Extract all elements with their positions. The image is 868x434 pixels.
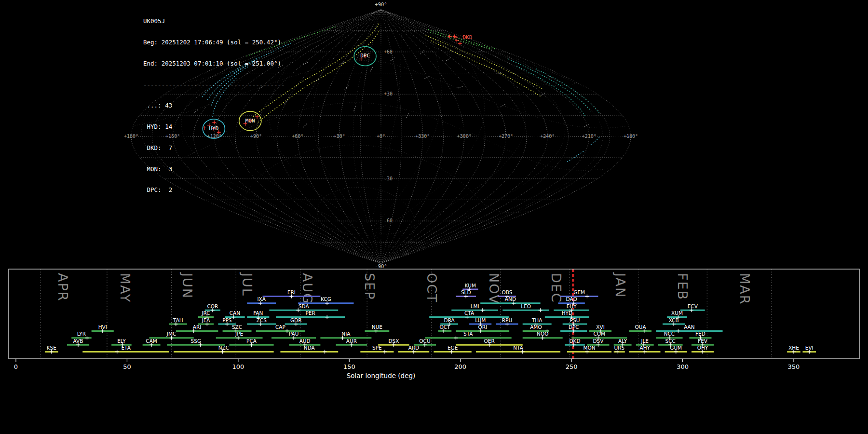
shower-code-label: EHY [567,303,577,309]
shower-code-label: DAD [566,296,577,302]
shower-code-label: FAN [253,310,263,316]
lat-tick-label: +60 [384,49,393,54]
shower-code-label: ERI [287,289,296,295]
observation-info-legend: UK005J Beg: 20251202 17:06:49 (sol = 250… [143,4,285,208]
shower-code-label: OBS [502,289,513,295]
shower-code-label: ECV [688,303,698,309]
lon-tick-label: +210° [582,134,597,139]
shower-code-label: XVI [596,324,604,330]
shower-code-label: SZC [232,324,242,330]
shower-code-label: XCB [669,317,679,323]
secondary-meridian [377,49,526,234]
shower-code-label: NZC [218,345,229,351]
shower-code-label: QUA [635,324,646,330]
secondary-meridian [375,39,453,225]
lon-tick-label: +240° [540,134,555,139]
shower-code-label: JRC [201,310,210,316]
lon-tick-label: +180° [124,134,138,139]
shower-code-label: JLE [640,338,649,344]
shower-code-label: HVI [98,324,107,330]
month-label: FEB [675,273,690,300]
radiant-map-and-timeline-plot: HYDMONDPCDKD+90°-90°+60+30-30-60+180°+15… [0,0,868,434]
sporadic-meteor [446,57,451,61]
shower-code-label: DSV [593,338,604,344]
shower-code-label: DPC [569,324,579,330]
meteor-trail [431,41,542,97]
shower-code-label: ETA [121,345,131,351]
shower-code-label: PSU [570,317,580,323]
shower-code-label: TAH [173,317,183,323]
month-label: JUL [240,272,255,297]
shower-peak-mark [585,294,589,298]
month-label: APR [55,273,70,302]
x-tick-label: 0 [14,363,18,370]
shower-code-label: IXA [258,296,266,302]
sporadic-meteor [458,86,464,88]
shower-code-label: DRA [444,317,455,323]
radiant-label: DKD [463,34,473,41]
shower-code-label: XUM [671,310,683,316]
lon-tick-label: +60° [292,134,303,139]
shower-code-label: COM [593,331,605,337]
lat-tick-label: -60 [384,218,393,223]
shower-code-label: HYD [562,310,572,316]
shower-code-label: ARD [408,345,420,351]
meteor-trail [430,32,492,49]
lon-tick-label: +270° [499,134,513,139]
x-tick-label: 200 [454,363,466,370]
shower-code-label: JPE [235,331,243,337]
shower-code-label: XHE [788,345,799,351]
shower-code-label: AHY [639,345,650,351]
shower-code-label: NDA [304,345,315,351]
lon-tick-label: +0° [377,134,385,139]
shower-code-label: LUM [475,317,486,323]
sporadic-meteor [406,113,409,118]
month-label: SEP [362,273,377,300]
shower-code-label: EGE [448,345,458,351]
shower-code-label: OCU [419,338,430,344]
shower-code-label: URS [614,345,624,351]
secondary-meridian [371,27,446,223]
shower-code-label: GDR [290,317,302,323]
shower-code-label: NIA [341,331,351,337]
shower-code-label: AMO [530,324,542,330]
month-label: AUG [300,273,315,304]
sporadic-meteor [420,50,425,54]
secondary-meridian [353,11,446,222]
x-tick-label: 100 [232,363,244,370]
shower-code-label: AND [505,296,516,302]
obs-begin: Beg: 20251202 17:06:49 (sol = 250.42°) [143,39,285,46]
shower-code-label: GUM [670,345,682,351]
lon-tick-label: +330° [415,134,430,139]
shower-code-label: SLD [461,289,471,295]
shower-code-label: PPS [222,317,232,323]
shower-peak-mark [325,315,329,319]
count-dkd: DKD: 7 [143,145,285,152]
shower-code-label: SSG [191,338,201,344]
shower-code-label: CAM [146,338,157,344]
count-hyd: HYD: 14 [143,123,285,131]
sporadic-meteor [357,44,363,46]
shower-code-label: SPE [372,345,382,351]
shower-code-label: DKD [570,338,581,344]
sporadic-meteor [345,85,349,89]
shower-code-label: AAN [684,324,695,330]
activity-timeline: APRMAYJUNJULAUGSEPOCTNOVDECJANFEBMARKUME… [9,269,859,380]
shower-code-label: PAU [289,331,299,337]
shower-code-label: DSX [388,338,399,344]
sporadic-meteor [303,62,309,64]
shower-code-label: LEO [521,303,531,309]
month-label: MAY [118,273,133,303]
shower-code-label: ELY [117,338,126,344]
shower-code-label: THA [531,317,542,323]
lon-tick-label: +180° [624,134,638,139]
sporadic-meteor [303,123,308,127]
radiant-label: DPC [360,53,370,59]
lat-tick-label: +30 [384,91,393,96]
shower-code-label: CAP [275,324,285,330]
pole-label-south: -90° [375,263,387,269]
meteor-mark [458,41,462,45]
shower-code-label: NOO [537,331,548,337]
shower-code-label: LYR [77,331,86,337]
secondary-meridian [312,27,455,223]
